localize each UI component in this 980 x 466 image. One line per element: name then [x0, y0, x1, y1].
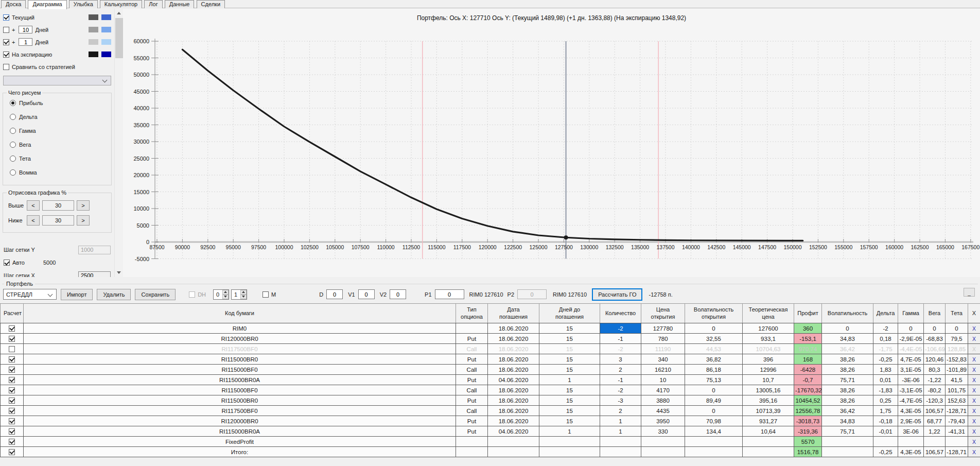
current-checkbox[interactable]	[3, 14, 9, 21]
cell-gamma[interactable]: 4,7E-05	[898, 354, 924, 365]
col-header-open[interactable]: Цена открытия	[641, 304, 685, 323]
cell-code[interactable]: RIM0	[24, 323, 456, 334]
scroll-down-icon[interactable]	[117, 271, 121, 274]
cell-qty[interactable]: 3	[600, 354, 641, 365]
cell-calc[interactable]	[1, 447, 24, 457]
cell-qty[interactable]: -1	[600, 375, 641, 385]
cell-profit[interactable]: -319,36	[794, 426, 822, 437]
scrollbar-thumb[interactable]	[115, 18, 123, 58]
cell-gamma[interactable]: -3E-06	[898, 375, 924, 385]
cell-days[interactable]: 15	[539, 406, 600, 416]
row-calc-checkbox[interactable]	[9, 428, 15, 435]
col-header-type[interactable]: Тип опциона	[456, 304, 488, 323]
spinner-up-icon[interactable]	[240, 290, 247, 295]
cell-theo[interactable]: 10,7	[743, 375, 794, 385]
cell-calc[interactable]	[1, 323, 24, 334]
col-header-openvol[interactable]: Волатильность открытия	[685, 304, 743, 323]
cell-type[interactable]: Call	[456, 385, 488, 395]
cell-openvol[interactable]: 86,18	[685, 365, 743, 375]
expiration-checkbox[interactable]	[3, 51, 9, 58]
cell-theta[interactable]: -128,71	[946, 447, 968, 457]
row-delete-button[interactable]: X	[968, 344, 980, 354]
cell-days[interactable]: 15	[539, 365, 600, 375]
row-delete-button[interactable]: X	[968, 375, 980, 385]
cell-date[interactable]: 18.06.2020	[488, 365, 539, 375]
cell-theta[interactable]: 79,5	[946, 334, 968, 344]
cell-code[interactable]: RI120000BR0	[24, 416, 456, 426]
row-calc-checkbox[interactable]	[9, 346, 15, 352]
col-header-delta[interactable]: Дельта	[873, 304, 898, 323]
row-delete-button[interactable]: X	[968, 447, 980, 457]
cell-delta[interactable]: -0,25	[873, 447, 898, 457]
cell-gamma[interactable]	[898, 437, 924, 447]
cell-vega[interactable]: 106,57	[924, 447, 946, 457]
cell-openvol[interactable]: 44,53	[685, 344, 743, 354]
cell-qty[interactable]: -2	[600, 323, 641, 334]
cell-open[interactable]: 780	[641, 334, 685, 344]
cell-open[interactable]: 11190	[641, 344, 685, 354]
scroll-up-icon[interactable]	[117, 12, 121, 14]
col-header-vol[interactable]: Волатильность	[822, 304, 873, 323]
plus1-gray-swatch[interactable]	[89, 39, 98, 45]
p2-input[interactable]	[517, 289, 547, 299]
row-delete-button[interactable]: X	[968, 426, 980, 437]
cell-type[interactable]	[456, 447, 488, 457]
plus1-checkbox[interactable]	[3, 39, 9, 45]
cell-date[interactable]: 04.06.2020	[488, 426, 539, 437]
cell-vega[interactable]: -68,83	[924, 334, 946, 344]
cell-openvol[interactable]	[685, 437, 743, 447]
cell-profit[interactable]: 360	[794, 323, 822, 334]
cell-theo[interactable]: 12996	[743, 365, 794, 375]
cell-gamma[interactable]: 3E-06	[898, 426, 924, 437]
cell-open[interactable]: 340	[641, 354, 685, 365]
cell-openvol[interactable]: 75,13	[685, 375, 743, 385]
cell-delta[interactable]: -0,18	[873, 416, 898, 426]
col-header-vega[interactable]: Вега	[924, 304, 946, 323]
above-increment-button[interactable]: >	[77, 200, 90, 211]
cell-vega[interactable]: 106,57	[924, 406, 946, 416]
plus10-days-input[interactable]	[19, 26, 32, 33]
cell-profit[interactable]: 10454,52	[794, 395, 822, 406]
cell-open[interactable]: 330	[641, 426, 685, 437]
row-delete-button[interactable]: X	[968, 334, 980, 344]
cell-vol[interactable]: 75,71	[822, 426, 873, 437]
cell-delta[interactable]: 0,18	[873, 334, 898, 344]
row-delete-button[interactable]: X	[968, 406, 980, 416]
plus1-blue-swatch[interactable]	[101, 39, 111, 45]
tab-log[interactable]: Лог	[144, 0, 162, 8]
cell-openvol[interactable]	[685, 447, 743, 457]
cell-vega[interactable]: 120,46	[924, 354, 946, 365]
cell-profit[interactable]: 970,74	[794, 344, 822, 354]
cell-qty[interactable]: -3	[600, 395, 641, 406]
row-calc-checkbox[interactable]	[9, 398, 15, 404]
cell-calc[interactable]	[1, 395, 24, 406]
cell-delta[interactable]: 1,83	[873, 365, 898, 375]
row-calc-checkbox[interactable]	[9, 325, 15, 332]
cell-calc[interactable]	[1, 365, 24, 375]
col-header-x[interactable]: X	[968, 304, 980, 323]
cell-profit[interactable]: 168	[794, 354, 822, 365]
row-calc-checkbox[interactable]	[9, 418, 15, 424]
cell-theta[interactable]: -128,71	[946, 406, 968, 416]
cell-theo[interactable]: 10,64	[743, 426, 794, 437]
dh-spinner-2[interactable]: 1	[231, 289, 247, 300]
cell-theo[interactable]: 13005,16	[743, 385, 794, 395]
cell-date[interactable]: 18.06.2020	[488, 354, 539, 365]
cell-delta[interactable]: -0,25	[873, 354, 898, 365]
cell-open[interactable]: 4435	[641, 406, 685, 416]
cell-profit[interactable]: -17670,32	[794, 385, 822, 395]
cell-days[interactable]: 15	[539, 323, 600, 334]
tab-kalkulyator[interactable]: Калькулятор	[100, 0, 142, 8]
tab-doska[interactable]: Доска	[1, 0, 26, 8]
row-delete-button[interactable]: X	[968, 437, 980, 447]
cell-theta[interactable]: 101,75	[946, 385, 968, 395]
cell-days[interactable]	[539, 437, 600, 447]
cell-theta[interactable]: -152,83	[946, 354, 968, 365]
cell-gamma[interactable]: -4,7E-05	[898, 395, 924, 406]
spinner-down-icon[interactable]	[222, 295, 229, 299]
spinner-down-icon[interactable]	[240, 295, 247, 299]
cell-code[interactable]: RI115000BF0	[24, 385, 456, 395]
radio-option-theta[interactable]: Тета	[10, 155, 107, 162]
cell-calc[interactable]	[1, 406, 24, 416]
strategy-combo[interactable]: СТРЕДДЛ	[3, 289, 57, 300]
